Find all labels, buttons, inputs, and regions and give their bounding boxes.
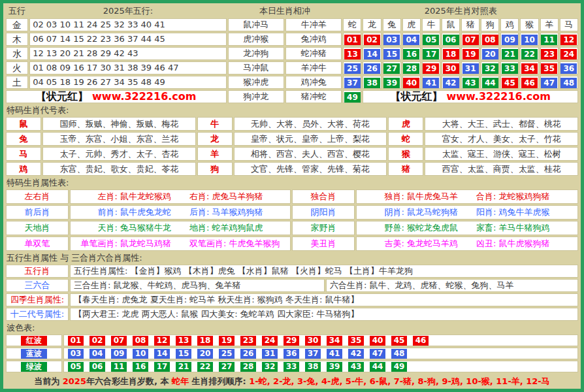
- zodiac-header-cell: 马: [560, 18, 578, 31]
- attribute-values: 阴肖: 鼠龙马蛇狗猪阳肖: 鸡兔牛羊虎猴: [356, 205, 578, 220]
- number-ball: 48: [560, 78, 577, 88]
- number-cell: 39: [383, 76, 401, 89]
- number-ball: 41: [327, 349, 342, 359]
- zodiac-chart-header: 2025年生肖对照表: [343, 5, 578, 17]
- number-ball: 42: [443, 78, 459, 88]
- number-ball: 49: [391, 362, 407, 372]
- number-cell: 33: [500, 61, 519, 74]
- zodiac-codes: 无帅、大将、员外、大将、荷花: [234, 117, 387, 131]
- attribute-label: 三六合: [6, 279, 69, 292]
- number-ball: 02: [89, 336, 105, 346]
- number-cell: 27: [383, 61, 401, 74]
- attribute-values: 五行生肖属性: 【金肖】猴鸡 【木肖】虎兔 【水肖】鼠猪 【火肖】蛇马 【土肖】…: [70, 265, 578, 278]
- number-cell: 19: [461, 47, 479, 60]
- attribute-values: 单笔画肖: 鼠龙蛇马鸡猪双笔画肖: 牛虎兔羊猴狗: [70, 237, 291, 251]
- attribute-part: 合肖: 龙蛇猴鸡狗猪: [476, 191, 550, 201]
- number-ball: 04: [403, 35, 419, 45]
- promo-banner: 【状元红】www.322216.com: [6, 90, 227, 103]
- number-ball: 22: [197, 362, 213, 372]
- number-ball: 06: [443, 35, 459, 45]
- attribute-label: 独合肖: [292, 189, 355, 204]
- zodiac-label: 蛇: [388, 132, 423, 146]
- number-ball: 14: [364, 49, 380, 59]
- number-cell: 44: [481, 76, 499, 89]
- number-ball: 30: [443, 63, 459, 74]
- clash-cell: 鸡冲兔: [285, 76, 342, 89]
- number-ball: 24: [262, 336, 278, 346]
- number-cell: 20: [481, 47, 499, 60]
- number-cell: 37: [343, 76, 361, 89]
- number-ball: 14: [154, 349, 170, 359]
- number-ball: 16: [403, 49, 419, 59]
- wave-numbers: 0102070812131819232429303435404546: [63, 335, 578, 346]
- zodiac-codes: 皇帝、状元、皇帝、上帝、梨花: [234, 132, 387, 146]
- number-ball: 07: [462, 35, 479, 45]
- number-cell: 07: [461, 33, 479, 46]
- number-ball: 10: [521, 35, 538, 45]
- zodiac-label: 马: [6, 147, 41, 161]
- number-cell: 25: [343, 61, 361, 74]
- number-ball: 21: [176, 362, 191, 372]
- number-ball: 30: [305, 336, 321, 346]
- element-numbers: 06 07 14 15 22 23 36 37 44 45: [29, 33, 226, 46]
- number-cell: 06: [442, 33, 460, 46]
- zodiac-header-cell: 兔: [383, 18, 401, 31]
- number-cell: 15: [383, 47, 401, 60]
- number-ball: 40: [370, 336, 385, 346]
- number-ball: 05: [68, 362, 84, 372]
- number-ball: 03: [383, 35, 400, 45]
- website-link[interactable]: www.322216.com: [92, 90, 196, 103]
- number-ball: 44: [482, 78, 498, 88]
- number-ball: 48: [391, 349, 407, 359]
- clash-cell: 马冲鼠: [228, 61, 284, 74]
- wuxing-table-title: 五行生肖属性 与 三合肖六合肖属性:: [5, 252, 579, 263]
- number-ball: 25: [344, 63, 361, 74]
- element-cell: 土: [6, 76, 28, 89]
- zodiac-codes: 太子、元帅、秀才、太子、杏花: [42, 147, 196, 161]
- number-ball: 46: [413, 336, 429, 346]
- attribute-part: 独肖: 鼠牛虎兔马羊: [384, 191, 458, 201]
- number-cell: 34: [520, 61, 538, 74]
- number-ball: 35: [348, 336, 364, 346]
- number-ball: 46: [521, 78, 538, 88]
- number-ball: 10: [133, 349, 148, 359]
- number-cell: 41: [422, 76, 440, 89]
- wave-label: 红波: [6, 335, 62, 346]
- attribute-label: 左右肖: [6, 189, 69, 204]
- zodiac-codes: 大将、大王、武士、都督、桃花: [425, 117, 578, 131]
- number-cell: 01: [343, 33, 361, 46]
- number-cell: 31: [461, 61, 479, 74]
- attribute-values: 吉美: 兔龙蛇马羊鸡凶丑: 鼠牛虎猴狗猪: [356, 237, 578, 251]
- zodiac-label: 狗: [197, 162, 233, 176]
- number-ball: 16: [133, 362, 148, 372]
- daily-clash-header: 本日生肖相冲: [228, 5, 342, 17]
- number-ball: 38: [305, 362, 321, 372]
- number-cell: 03: [383, 33, 401, 46]
- number-ball: 08: [133, 336, 148, 346]
- number-ball: 09: [502, 35, 518, 45]
- attribute-label: 五行肖: [6, 265, 69, 278]
- clash-cell: 狗冲龙: [228, 90, 284, 103]
- website-link[interactable]: www.322216.com: [447, 90, 551, 103]
- number-cell: 21: [500, 47, 519, 60]
- number-ball: 19: [462, 49, 479, 59]
- number-cell: 40: [402, 76, 421, 89]
- number-ball: 18: [197, 336, 213, 346]
- attribute-part: 阳肖: 鸡兔牛羊虎猴: [476, 207, 550, 217]
- footer-text: 1-蛇, 2-龙, 3-兔, 4-虎, 5-牛, 6-鼠, 7-猪, 8-狗, …: [249, 376, 550, 386]
- number-cell: 22: [520, 47, 538, 60]
- number-ball: 03: [68, 349, 84, 359]
- number-ball: 29: [423, 63, 439, 74]
- number-cell: 09: [500, 33, 519, 46]
- number-ball: 28: [240, 362, 256, 372]
- element-numbers: 01 08 09 16 17 30 31 38 39 46 47: [29, 61, 226, 74]
- wave-name-chip: 绿波: [21, 362, 47, 372]
- number-ball: 39: [383, 78, 400, 88]
- number-cell: 46: [520, 76, 538, 89]
- zodiac-label: 兔: [6, 132, 41, 146]
- number-cell: 12: [560, 33, 578, 46]
- attribute-part: 左肖: 鼠牛龙蛇猴鸡: [97, 191, 171, 201]
- wave-name-chip: 红波: [21, 336, 47, 346]
- zodiac-codes: 玉帝、东宫、小姐、东宫、兰花: [42, 132, 196, 146]
- number-ball: 45: [391, 336, 407, 346]
